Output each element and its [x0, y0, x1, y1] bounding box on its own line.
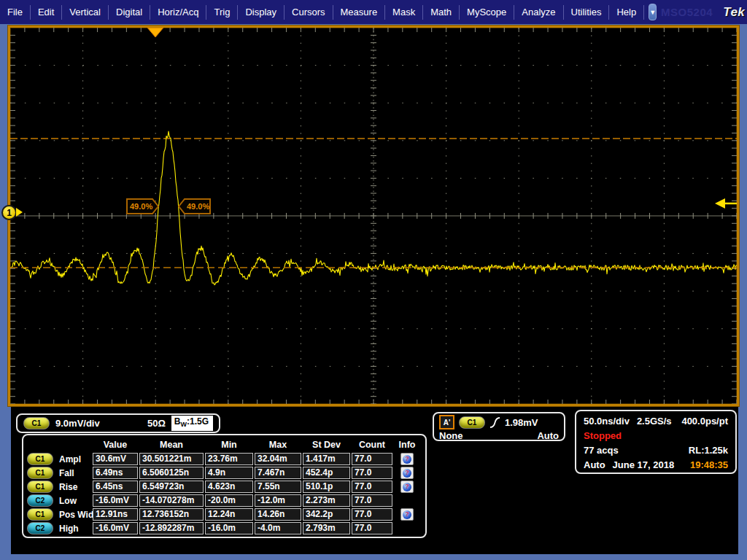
menu-item-digital[interactable]: Digital: [109, 0, 150, 24]
cell-value: 6.49ns: [93, 467, 138, 479]
measurement-row-fall[interactable]: C1Fall6.49ns6.5060125n4.9n7.467n452.4p77…: [27, 466, 424, 480]
waveform-display[interactable]: 49.0% 49.0%: [8, 26, 739, 406]
measurement-name: C1Fall: [27, 467, 91, 479]
menu-item-horiz-acq[interactable]: Horiz/Acq: [150, 0, 206, 24]
info-button[interactable]: ?: [400, 467, 414, 479]
ch1-marker-arrow-icon: [16, 208, 23, 217]
menu-item-measure[interactable]: Measure: [333, 0, 385, 24]
resolution: 400.0ps/pt: [681, 414, 728, 429]
cell-info: ?: [394, 467, 420, 479]
horizontal-readout[interactable]: 50.0ns/div 2.5GS/s 400.0ps/pt Stopped 77…: [575, 410, 737, 474]
model-label: MSO5204: [661, 6, 713, 18]
measurement-row-high[interactable]: C2High-16.0mV-12.892287m-16.0m-4.0m2.793…: [27, 521, 424, 535]
trigger-readout[interactable]: A' C1 1.98mV None Auto: [433, 412, 565, 441]
cell-max: 32.04m: [255, 453, 301, 465]
measurement-label: Low: [59, 496, 77, 506]
info-button[interactable]: ?: [400, 481, 414, 493]
col-mean: Mean: [139, 440, 204, 450]
record-length: RL:1.25k: [689, 443, 728, 458]
cell-stdev: 342.2p: [303, 508, 350, 521]
menubar-items: FileEditVerticalDigitalHoriz/AcqTrigDisp…: [0, 0, 644, 24]
info-icon: ?: [403, 483, 411, 491]
ch1-position-marker[interactable]: 1: [1, 205, 26, 219]
menu-item-help[interactable]: Help: [609, 0, 643, 24]
col-stdev: St Dev: [303, 440, 350, 450]
info-button[interactable]: ?: [400, 453, 414, 465]
cell-info: ?: [394, 453, 420, 465]
cell-stdev: 510.1p: [303, 481, 350, 493]
ch1-bandwidth: BW:1.5G: [171, 416, 213, 430]
menu-item-display[interactable]: Display: [238, 0, 284, 24]
trigger-a-tag: A': [439, 415, 454, 429]
ch1-impedance: 50Ω: [147, 418, 166, 429]
menubar-right: MSO5204 Tek X: [661, 0, 747, 24]
menu-item-myscope[interactable]: MyScope: [460, 0, 514, 24]
menu-item-file[interactable]: File: [0, 0, 30, 24]
menu-item-analyze[interactable]: Analyze: [514, 0, 562, 24]
time-label: 19:48:35: [690, 458, 728, 472]
cell-mean: -12.892287m: [139, 522, 204, 534]
measurement-row-rise[interactable]: C1Rise6.45ns6.549723n4.623n7.55n510.1p77…: [27, 480, 424, 494]
menu-item-trig[interactable]: Trig: [206, 0, 237, 24]
cell-stdev: 1.417m: [303, 453, 350, 465]
menu-item-utilities[interactable]: Utilities: [564, 0, 609, 24]
menu-item-math[interactable]: Math: [423, 0, 459, 24]
channel-badge: C2: [27, 494, 53, 507]
cell-value: 12.91ns: [93, 508, 138, 521]
acquisition-status: Stopped: [584, 429, 622, 443]
menubar-dropdown-button[interactable]: ▼: [649, 4, 657, 20]
measurement-label: High: [59, 524, 79, 534]
info-icon: ?: [403, 469, 411, 478]
svg-text:49.0%: 49.0%: [130, 202, 152, 211]
measurement-row-ampl[interactable]: C1Ampl30.6mV30.501221m23.76m32.04m1.417m…: [27, 452, 424, 466]
menu-item-edit[interactable]: Edit: [31, 0, 61, 24]
tek-logo: Tek: [723, 5, 745, 20]
measurement-label: Ampl: [59, 454, 81, 464]
measurement-rows: C1Ampl30.6mV30.501221m23.76m32.04m1.417m…: [27, 452, 424, 535]
channel-badge: C2: [27, 522, 53, 534]
info-button[interactable]: ?: [400, 508, 414, 521]
measurement-row-pos-wid-[interactable]: C1Pos Wid*12.91ns12.736152n12.24n14.26n3…: [27, 508, 424, 521]
cell-min: 4.9n: [205, 467, 253, 479]
col-min: Min: [205, 440, 253, 450]
menu-item-cursors[interactable]: Cursors: [285, 0, 333, 24]
ch1-scale-readout[interactable]: C1 9.0mV/div 50Ω BW:1.5G: [16, 413, 220, 433]
cell-mean: -14.070278m: [139, 494, 204, 507]
menu-item-mask[interactable]: Mask: [385, 0, 422, 24]
col-max: Max: [255, 440, 301, 450]
menubar: FileEditVerticalDigitalHoriz/AcqTrigDisp…: [0, 0, 747, 24]
cell-max: -4.0m: [255, 522, 301, 534]
sample-rate: 2.5GS/s: [637, 414, 672, 429]
measurement-name: C2High: [27, 522, 91, 534]
trigger-position-marker[interactable]: [147, 28, 163, 37]
cell-value: -16.0mV: [93, 522, 138, 534]
cell-count: 77.0: [352, 508, 392, 521]
info-icon: ?: [403, 510, 411, 519]
cell-count: 77.0: [352, 522, 392, 534]
cell-count: 77.0: [352, 467, 392, 479]
measurement-name: C1Rise: [27, 481, 91, 493]
col-value: Value: [93, 440, 138, 450]
menu-item-vertical[interactable]: Vertical: [62, 0, 108, 24]
cell-max: 14.26n: [255, 508, 301, 521]
cell-mean: 12.736152n: [139, 508, 204, 521]
trigger-level-marker[interactable]: [715, 198, 737, 209]
trigger-mode-label: Auto: [584, 458, 605, 472]
cell-min: 12.24n: [205, 508, 253, 521]
cell-info: ?: [394, 481, 420, 493]
cell-info: ?: [394, 508, 420, 521]
measurement-header-row: Value Mean Min Max St Dev Count Info: [27, 438, 424, 452]
measurement-label: Rise: [59, 482, 77, 492]
ch1-marker-number: 1: [1, 205, 17, 220]
cell-count: 77.0: [352, 494, 392, 507]
measurement-row-low[interactable]: C2Low-16.0mV-14.070278m-20.0m-12.0m2.273…: [27, 494, 424, 508]
date-label: June 17, 2018: [613, 458, 675, 472]
timebase: 50.0ns/div: [584, 414, 630, 429]
cell-count: 77.0: [352, 481, 392, 493]
cell-stdev: 452.4p: [303, 467, 350, 479]
cell-min: 23.76m: [205, 453, 253, 465]
cell-value: 6.45ns: [93, 481, 138, 493]
cell-max: 7.55n: [255, 481, 301, 493]
trigger-mode: Auto: [537, 430, 559, 441]
measurement-label: Fall: [59, 468, 74, 478]
